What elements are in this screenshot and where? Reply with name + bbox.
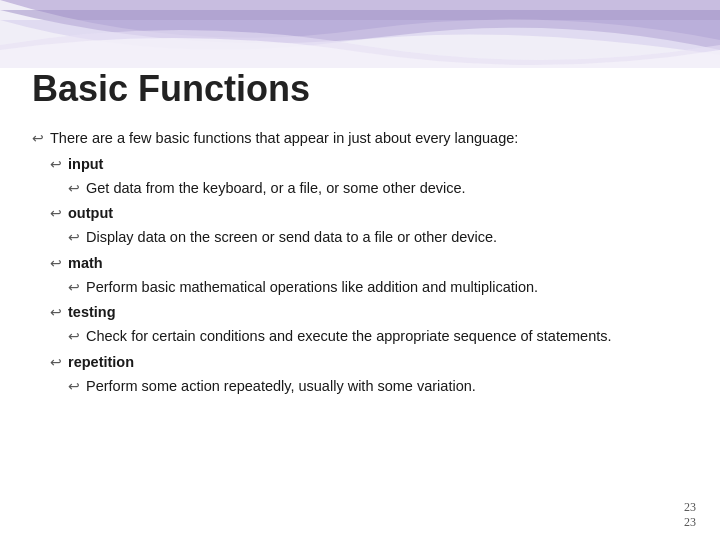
bullet-arrow-7: ↩: [68, 277, 80, 298]
page-numbers: 23 23: [684, 500, 696, 530]
item-testing: ↩ testing: [50, 302, 688, 324]
bullet-arrow-6: ↩: [50, 253, 62, 274]
bullet-arrow-3: ↩: [68, 178, 80, 199]
bullet-arrow-1: ↩: [32, 128, 44, 149]
bullet-arrow-10: ↩: [50, 352, 62, 373]
slide-title: Basic Functions: [32, 68, 688, 110]
item-output: ↩ output: [50, 203, 688, 225]
item-repetition-detail: ↩ Perform some action repeatedly, usuall…: [68, 376, 688, 398]
bullet-arrow-9: ↩: [68, 326, 80, 347]
bullet-arrow-5: ↩: [68, 227, 80, 248]
item-output-detail: ↩ Display data on the screen or send dat…: [68, 227, 688, 249]
item-input: ↩ input: [50, 154, 688, 176]
item-math: ↩ math: [50, 253, 688, 275]
page-number-1: 23: [684, 500, 696, 515]
item-math-detail: ↩ Perform basic mathematical operations …: [68, 277, 688, 299]
bullet-arrow-4: ↩: [50, 203, 62, 224]
main-content: Basic Functions ↩ There are a few basic …: [32, 68, 688, 500]
item-input-detail: ↩ Get data from the keyboard, or a file,…: [68, 178, 688, 200]
intro-line: ↩ There are a few basic functions that a…: [32, 128, 688, 150]
item-testing-detail: ↩ Check for certain conditions and execu…: [68, 326, 688, 348]
slide: Basic Functions ↩ There are a few basic …: [0, 0, 720, 540]
bullet-arrow-11: ↩: [68, 376, 80, 397]
bullet-arrow-2: ↩: [50, 154, 62, 175]
item-repetition: ↩ repetition: [50, 352, 688, 374]
page-number-2: 23: [684, 515, 696, 530]
bullet-arrow-8: ↩: [50, 302, 62, 323]
header-decoration: [0, 0, 720, 68]
